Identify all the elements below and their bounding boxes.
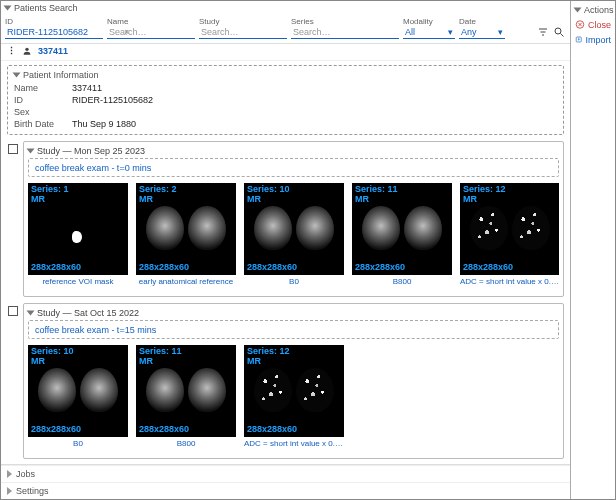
app-root: Patients Search ID × Name Study <box>0 0 616 500</box>
patient-icon <box>22 46 32 56</box>
search-label-modality: Modality <box>403 17 455 26</box>
series-tile[interactable]: Series: 12MR288x288x60 <box>244 345 344 437</box>
series-thumbnail: Series: 1MR288x288x60reference VOI mask <box>28 183 128 286</box>
content-area: Patient Information Name337411 IDRIDER-1… <box>1 61 570 464</box>
series-overlay-bottom: 288x288x60 <box>139 263 189 273</box>
search-field-study: Study <box>199 17 287 39</box>
svg-point-5 <box>25 48 28 51</box>
series-modality: MR <box>31 195 69 205</box>
study-title: Study — Sat Oct 15 2022 <box>37 308 139 318</box>
actions-sidebar: Actions Close Import <box>571 1 615 499</box>
settings-panel-header[interactable]: Settings <box>1 482 570 499</box>
series-tile[interactable]: Series: 11MR288x288x60 <box>136 345 236 437</box>
search-label-name: Name <box>107 17 195 26</box>
series-tile[interactable]: Series: 10MR288x288x60 <box>28 345 128 437</box>
search-field-name: Name <box>107 17 195 39</box>
series-caption: reference VOI mask <box>28 277 128 286</box>
series-overlay-bottom: 288x288x60 <box>463 263 513 273</box>
jobs-panel-header[interactable]: Jobs <box>1 465 570 482</box>
search-panel-title: Patients Search <box>14 3 78 13</box>
search-label-date: Date <box>459 17 505 26</box>
study-title: Study — Mon Sep 25 2023 <box>37 146 145 156</box>
import-label: Import <box>585 35 611 45</box>
series-overlay-bottom: 288x288x60 <box>247 425 297 435</box>
search-select-modality[interactable]: All ▾ <box>403 26 455 39</box>
patient-info-panel: Patient Information Name337411 IDRIDER-1… <box>7 65 564 135</box>
mask-shape <box>72 231 82 243</box>
series-tile[interactable]: Series: 1MR288x288x60 <box>28 183 128 275</box>
series-overlay-bottom: 288x288x60 <box>31 425 81 435</box>
chevron-down-icon: ▾ <box>498 27 503 37</box>
study-header[interactable]: Study — Mon Sep 25 2023 <box>28 146 559 156</box>
series-thumbnail: Series: 11MR288x288x60B800 <box>352 183 452 286</box>
series-caption: B0 <box>244 277 344 286</box>
study-block: Study — Mon Sep 25 2023coffee break exam… <box>23 141 564 297</box>
series-overlay-top: Series: 1MR <box>31 185 69 205</box>
pi-row-sex: Sex <box>14 106 557 118</box>
series-thumbnail: Series: 12MR288x288x60ADC = short int va… <box>244 345 344 448</box>
series-overlay-bottom: 288x288x60 <box>139 425 189 435</box>
main-column: Patients Search ID × Name Study <box>1 1 571 499</box>
svg-point-3 <box>555 28 561 34</box>
search-panel-header[interactable]: Patients Search <box>1 1 570 15</box>
search-field-series: Series <box>291 17 399 39</box>
search-label-study: Study <box>199 17 287 26</box>
close-icon <box>575 19 585 30</box>
pi-row-name: Name337411 <box>14 82 557 94</box>
chevron-down-icon <box>4 6 12 11</box>
modality-value: All <box>405 27 415 37</box>
scan-preview <box>142 197 230 259</box>
study-checkbox[interactable] <box>8 144 18 154</box>
date-value: Any <box>461 27 477 37</box>
series-thumbnails-row[interactable]: Series: 1MR288x288x60reference VOI maskS… <box>28 183 559 292</box>
series-tile[interactable]: Series: 10MR288x288x60 <box>244 183 344 275</box>
svg-line-4 <box>561 34 564 37</box>
breadcrumb: ⋮ 337411 <box>1 44 570 61</box>
chevron-down-icon <box>13 73 21 78</box>
search-input-study[interactable] <box>199 26 287 39</box>
import-action[interactable]: Import <box>573 32 613 47</box>
patient-info-title: Patient Information <box>23 70 99 80</box>
search-input-id[interactable] <box>5 26 121 38</box>
series-thumbnail: Series: 12MR288x288x60ADC = short int va… <box>460 183 559 286</box>
filter-icon[interactable] <box>536 25 550 39</box>
search-input-name[interactable] <box>107 26 195 39</box>
series-thumbnail: Series: 2MR288x288x60early anatomical re… <box>136 183 236 286</box>
study-description: coffee break exam - t=15 mins <box>35 325 156 335</box>
series-tile[interactable]: Series: 2MR288x288x60 <box>136 183 236 275</box>
chevron-down-icon <box>27 311 35 316</box>
series-tile[interactable]: Series: 11MR288x288x60 <box>352 183 452 275</box>
series-overlay-bottom: 288x288x60 <box>31 263 81 273</box>
study-checkbox[interactable] <box>8 306 18 316</box>
scan-preview <box>250 197 338 259</box>
study-block: Study — Sat Oct 15 2022coffee break exam… <box>23 303 564 459</box>
search-tools <box>536 25 566 39</box>
studies-container: Study — Mon Sep 25 2023coffee break exam… <box>23 141 564 459</box>
search-label-id: ID <box>5 17 103 26</box>
breadcrumb-menu-icon[interactable]: ⋮ <box>7 46 16 56</box>
import-icon <box>575 34 582 45</box>
search-field-id: ID × <box>5 17 103 39</box>
study-description-box: coffee break exam - t=15 mins <box>28 320 559 339</box>
actions-header[interactable]: Actions <box>573 3 613 17</box>
chevron-right-icon <box>7 470 12 478</box>
search-icon[interactable] <box>552 25 566 39</box>
close-label: Close <box>588 20 611 30</box>
search-select-date[interactable]: Any ▾ <box>459 26 505 39</box>
study-header[interactable]: Study — Sat Oct 15 2022 <box>28 308 559 318</box>
series-caption: B800 <box>352 277 452 286</box>
search-input-series[interactable] <box>291 26 399 39</box>
close-action[interactable]: Close <box>573 17 613 32</box>
bottom-panels: Jobs Settings <box>1 464 570 499</box>
series-caption: B0 <box>28 439 128 448</box>
series-thumbnails-row[interactable]: Series: 10MR288x288x60B0Series: 11MR288x… <box>28 345 559 454</box>
series-tile[interactable]: Series: 12MR288x288x60 <box>460 183 559 275</box>
study-description-box: coffee break exam - t=0 mins <box>28 158 559 177</box>
breadcrumb-patient-link[interactable]: 337411 <box>38 46 68 56</box>
search-label-series: Series <box>291 17 399 26</box>
patient-info-header[interactable]: Patient Information <box>14 70 557 82</box>
chevron-down-icon: ▾ <box>448 27 453 37</box>
series-overlay-bottom: 288x288x60 <box>247 263 297 273</box>
series-caption: ADC = short int value x 0.2E-… <box>244 439 344 448</box>
jobs-title: Jobs <box>16 469 35 479</box>
